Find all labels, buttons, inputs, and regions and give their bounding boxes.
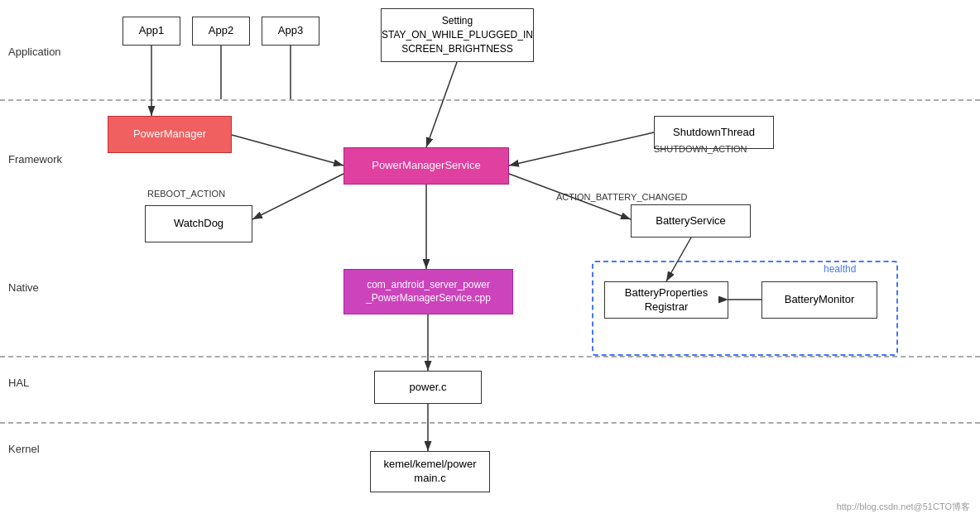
box-powerc: power.c [374,371,482,404]
svg-line-7 [509,132,654,166]
box-watchdog: WatchDog [145,205,252,242]
layer-framework: Framework [8,153,62,166]
svg-line-8 [252,174,343,219]
label-battery-changed: ACTION_BATTERY_CHANGED [556,192,688,202]
separator-hal-kernel [0,422,980,424]
box-powermanagerservice: PowerManagerService [343,147,509,185]
svg-line-6 [232,135,343,166]
box-powermanager: PowerManager [108,116,232,153]
watermark: http://blog.csdn.net@51CTO博客 [837,501,970,513]
layer-native: Native [8,281,39,294]
box-batteryprops: BatteryPropertiesRegistrar [604,281,728,319]
box-native-service: com_android_server_power_PowerManagerSer… [343,269,513,314]
box-app3: App3 [262,17,319,46]
box-kernel-main: kemel/kemel/powermain.c [370,451,490,492]
layer-application: Application [8,46,61,58]
box-batterymonitor: BatteryMonitor [761,281,877,319]
separator-native-hal [0,356,980,357]
box-setting: SettingSTAY_ON_WHILE_PLUGGED_INSCREEN_BR… [381,8,534,62]
box-app1: App1 [122,17,180,46]
box-batteryservice: BatteryService [631,204,751,238]
layer-hal: HAL [8,377,29,389]
label-reboot-action: REBOOT_ACTION [147,189,225,199]
separator-app-framework [0,99,980,101]
architecture-diagram: Application Framework Native HAL Kernel … [0,0,980,523]
healthd-label: healthd [824,263,856,275]
svg-line-5 [426,62,457,147]
box-app2: App2 [192,17,250,46]
label-shutdown-action: SHUTDOWN_ACTION [654,144,747,154]
layer-kernel: Kernel [8,443,40,455]
